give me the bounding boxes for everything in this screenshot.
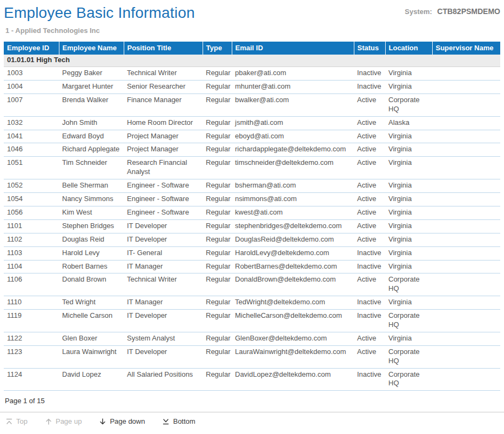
cell-position: IT Developer bbox=[124, 310, 203, 332]
cell-type: Regular bbox=[203, 260, 232, 273]
cell-name: Michelle Carson bbox=[59, 310, 124, 332]
cell-id: 1004 bbox=[4, 81, 59, 94]
table-row: 1106Donald BrownTechnical WriterRegularD… bbox=[4, 273, 500, 296]
cell-email: kwest@ati.com bbox=[232, 206, 354, 219]
cell-status: Inactive bbox=[354, 260, 385, 273]
cell-supervisor bbox=[432, 273, 500, 296]
cell-email: DouglasReid@deltekdemo.com bbox=[232, 233, 354, 246]
cell-type: Regular bbox=[203, 179, 232, 193]
cell-id: 1110 bbox=[4, 296, 59, 310]
cell-supervisor bbox=[432, 157, 500, 179]
cell-position: Finance Manager bbox=[124, 94, 203, 116]
cell-location: Virginia bbox=[385, 130, 432, 143]
cell-supervisor bbox=[432, 310, 500, 332]
table-row: 1102Douglas ReidIT DeveloperRegularDougl… bbox=[4, 233, 500, 246]
cell-name: Belle Sherman bbox=[59, 179, 124, 193]
cell-status: Active bbox=[354, 143, 385, 157]
cell-name: Glen Boxer bbox=[59, 332, 124, 345]
cell-supervisor bbox=[432, 130, 500, 143]
cell-type: Regular bbox=[203, 310, 232, 332]
group-row: 01.01.01 High Tech bbox=[4, 55, 500, 66]
cell-position: Research Financial Analyst bbox=[124, 157, 203, 179]
cell-position: Engineer - Software bbox=[124, 179, 203, 193]
column-header-position-title: Position Title bbox=[124, 42, 203, 55]
column-header-email-id: Email ID bbox=[232, 42, 354, 55]
cell-id: 1007 bbox=[4, 94, 59, 116]
cell-type: Regular bbox=[203, 157, 232, 179]
cell-location: Virginia bbox=[385, 260, 432, 273]
cell-status: Active bbox=[354, 219, 385, 233]
cell-location: Virginia bbox=[385, 67, 432, 81]
table-row: 1101Stephen BridgesIT DeveloperRegularst… bbox=[4, 219, 500, 233]
cell-id: 1054 bbox=[4, 193, 59, 206]
page-indicator: Page 1 of 15 bbox=[4, 391, 500, 412]
cell-location: Virginia bbox=[385, 157, 432, 179]
cell-supervisor bbox=[432, 67, 500, 81]
table-row: 1056Kim WestEngineer - SoftwareRegularkw… bbox=[4, 206, 500, 219]
cell-supervisor bbox=[432, 116, 500, 130]
cell-status: Inactive bbox=[354, 67, 385, 81]
cell-name: Tim Schneider bbox=[59, 157, 124, 179]
cell-type: Regular bbox=[203, 94, 232, 116]
cell-status: Active bbox=[354, 193, 385, 206]
cell-email: pbaker@ati.com bbox=[232, 67, 354, 81]
cell-email: LauraWainwright@deltekdemo.com bbox=[232, 345, 354, 368]
cell-supervisor bbox=[432, 193, 500, 206]
cell-location: Virginia bbox=[385, 206, 432, 219]
cell-position: Technical Writer bbox=[124, 67, 203, 81]
pagination-toolbar: Top Page up Page down Bottom bbox=[0, 412, 504, 431]
cell-location: Corporate HQ bbox=[385, 94, 432, 116]
cell-type: Regular bbox=[203, 332, 232, 345]
cell-id: 1106 bbox=[4, 273, 59, 296]
cell-name: Robert Barnes bbox=[59, 260, 124, 273]
report-page: Employee Basic Information System: CTB82… bbox=[0, 0, 504, 412]
bottom-button[interactable]: Bottom bbox=[162, 417, 195, 425]
cell-name: Douglas Reid bbox=[59, 233, 124, 246]
cell-email: TedWright@deltekdemo.com bbox=[232, 296, 354, 310]
cell-name: Brenda Walker bbox=[59, 94, 124, 116]
cell-email: eboyd@ati.com bbox=[232, 130, 354, 143]
cell-id: 1003 bbox=[4, 67, 59, 81]
cell-location: Virginia bbox=[385, 246, 432, 260]
cell-location: Corporate HQ bbox=[385, 273, 432, 296]
column-header-status: Status bbox=[354, 42, 385, 55]
cell-location: Virginia bbox=[385, 179, 432, 193]
cell-email: mhunter@ati.com bbox=[232, 81, 354, 94]
page-down-button[interactable]: Page down bbox=[99, 417, 145, 425]
top-button[interactable]: Top bbox=[5, 417, 28, 425]
table-row: 1110Ted WrightIT ManagerRegularTedWright… bbox=[4, 296, 500, 310]
report-header: Employee Basic Information System: CTB82… bbox=[4, 4, 500, 22]
employee-table: Employee IDEmployee NamePosition TitleTy… bbox=[4, 42, 500, 391]
cell-email: RobertBarnes@deltekdemo.com bbox=[232, 260, 354, 273]
cell-name: Harold Levy bbox=[59, 246, 124, 260]
cell-location: Corporate HQ bbox=[385, 345, 432, 368]
cell-id: 1041 bbox=[4, 130, 59, 143]
bottom-icon bbox=[162, 418, 170, 425]
cell-id: 1046 bbox=[4, 143, 59, 157]
column-header-type: Type bbox=[203, 42, 232, 55]
page-up-icon bbox=[45, 418, 52, 425]
cell-position: IT Developer bbox=[124, 233, 203, 246]
cell-email: richardapplegate@deltekdemo.com bbox=[232, 143, 354, 157]
cell-location: Corporate HQ bbox=[385, 310, 432, 332]
cell-location: Corporate HQ bbox=[385, 368, 432, 391]
cell-email: HaroldLevy@deltekdemo.com bbox=[232, 246, 354, 260]
cell-email: DavidLopez@deltekdemo.com bbox=[232, 368, 354, 391]
cell-supervisor bbox=[432, 179, 500, 193]
cell-type: Regular bbox=[203, 296, 232, 310]
cell-location: Alaska bbox=[385, 116, 432, 130]
cell-status: Inactive bbox=[354, 246, 385, 260]
cell-supervisor bbox=[432, 368, 500, 391]
table-row: 1051Tim SchneiderResearch Financial Anal… bbox=[4, 157, 500, 179]
cell-name: Richard Applegate bbox=[59, 143, 124, 157]
cell-name: David Lopez bbox=[59, 368, 124, 391]
cell-location: Virginia bbox=[385, 219, 432, 233]
cell-email: timschneider@deltekdemo.com bbox=[232, 157, 354, 179]
page-up-button[interactable]: Page up bbox=[45, 417, 82, 425]
cell-supervisor bbox=[432, 332, 500, 345]
table-row: 1041Edward BoydProject ManagerRegularebo… bbox=[4, 130, 500, 143]
table-row: 1054Nancy SimmonsEngineer - SoftwareRegu… bbox=[4, 193, 500, 206]
cell-supervisor bbox=[432, 206, 500, 219]
cell-position: System Analyst bbox=[124, 332, 203, 345]
cell-id: 1104 bbox=[4, 260, 59, 273]
